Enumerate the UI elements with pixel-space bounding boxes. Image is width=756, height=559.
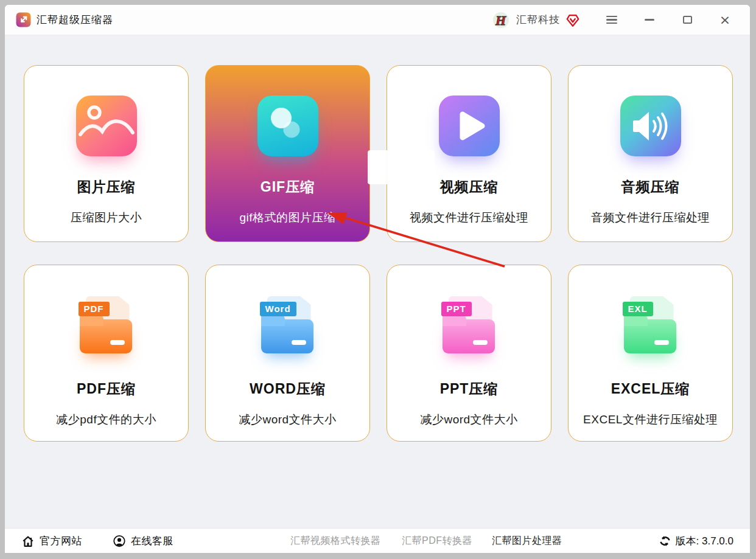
format-badge: EXL [623,302,653,316]
card-subtitle: 视频文件进行压缩处理 [410,210,528,226]
version-number: 3.7.0.0 [702,535,733,547]
card-ppt-compress[interactable]: PPT PPT压缩 减少word文件大小 [387,265,551,442]
link-pdf-converter[interactable]: 汇帮PDF转换器 [402,529,472,553]
footer: 官方网站 在线客服 汇帮视频格式转换器 汇帮PDF转换器 汇帮图片处理器 版本: [5,528,750,553]
online-support-button[interactable]: 在线客服 [113,529,173,553]
card-subtitle: EXCEL文件进行压缩处理 [583,412,718,428]
brand-logo-icon: H [489,10,511,30]
folder-dash [292,340,306,345]
tooltip-artifact [368,150,435,184]
close-button[interactable]: × [711,10,739,30]
close-icon: × [719,13,730,27]
folder-front [443,319,495,353]
customer-service-icon [113,535,126,548]
brand-name: 汇帮科技 [516,13,560,27]
refresh-icon[interactable] [659,535,671,547]
card-subtitle: 音频文件进行压缩处理 [591,210,710,226]
version-info: 版本: 3.7.0.0 [659,529,733,553]
app-logo-icon [16,12,31,27]
word-folder-icon: Word [256,295,320,358]
folder-front [80,319,132,353]
card-title: EXCEL压缩 [611,380,690,398]
card-title: PDF压缩 [77,380,136,398]
audio-speaker-icon [620,95,681,156]
folder-dash [654,340,669,345]
svg-text:H: H [495,13,506,28]
menu-icon [606,14,617,26]
folder-front [261,319,313,353]
card-subtitle: 减少word文件大小 [420,412,517,428]
pdf-folder-icon: PDF [75,295,138,358]
online-support-label: 在线客服 [131,534,173,548]
card-pdf-compress[interactable]: PDF PDF压缩 减少pdf文件的大小 [24,265,189,442]
format-badge: PDF [79,302,110,316]
card-gif-compress[interactable]: GIF压缩 gif格式的图片压缩 [205,65,370,242]
official-website-label: 官方网站 [40,534,82,548]
card-title: 音频压缩 [621,178,680,196]
minimize-button[interactable] [635,10,663,30]
card-title: 视频压缩 [440,178,499,196]
card-word-compress[interactable]: Word WORD压缩 减少word文件大小 [205,265,370,442]
card-audio-compress[interactable]: 音频压缩 音频文件进行压缩处理 [568,65,733,242]
maximize-icon [683,16,692,24]
excel-folder-icon: EXL [619,295,682,358]
official-website-button[interactable]: 官方网站 [21,529,82,553]
app-window: 汇帮超级压缩器 H 汇帮科技 × [5,5,750,553]
titlebar: 汇帮超级压缩器 H 汇帮科技 × [5,5,750,35]
maximize-button[interactable] [673,10,701,30]
home-icon [21,535,35,548]
app-title: 汇帮超级压缩器 [37,13,113,27]
video-play-icon [439,95,500,156]
feature-card-grid: 图片压缩 压缩图片大小 GIF压缩 gif格式的图片压缩 视频压缩 视频文件进行… [24,65,733,442]
card-excel-compress[interactable]: EXL EXCEL压缩 EXCEL文件进行压缩处理 [568,265,733,442]
card-subtitle: gif格式的图片压缩 [239,210,335,226]
link-image-processor[interactable]: 汇帮图片处理器 [492,529,562,553]
card-title: GIF压缩 [261,178,315,196]
card-subtitle: 压缩图片大小 [71,210,142,226]
folder-dash [473,340,488,345]
minimize-icon [645,19,654,20]
format-badge: Word [260,302,296,316]
folder-dash [110,340,125,345]
vip-gem-icon[interactable] [565,12,581,28]
card-subtitle: 减少word文件大小 [239,412,336,428]
card-subtitle: 减少pdf文件的大小 [56,412,156,428]
menu-button[interactable] [598,10,626,30]
ppt-folder-icon: PPT [438,295,501,358]
card-title: PPT压缩 [440,380,499,398]
format-badge: PPT [441,302,472,316]
version-label: 版本: [676,534,699,548]
gif-icon [257,95,318,156]
card-image-compress[interactable]: 图片压缩 压缩图片大小 [24,65,189,242]
card-title: 图片压缩 [77,178,136,196]
link-video-converter[interactable]: 汇帮视频格式转换器 [290,529,381,553]
card-title: WORD压缩 [250,380,326,398]
folder-front [624,319,676,353]
image-icon [76,95,137,156]
